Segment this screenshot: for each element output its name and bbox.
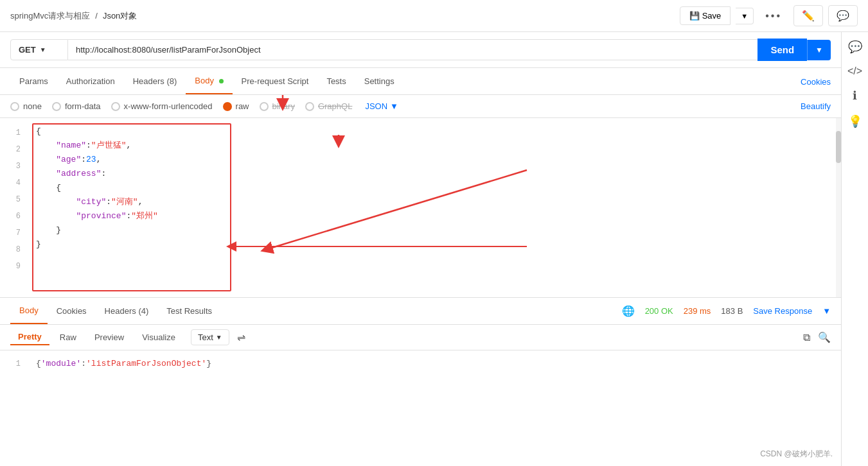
fmt-raw[interactable]: Raw	[52, 330, 84, 345]
breadcrumb-separator: /	[95, 11, 98, 21]
resp-body-content: {'module':'listParamForJsonObject'}	[26, 357, 222, 371]
tab-body[interactable]: Body	[186, 68, 232, 94]
resp-tab-body[interactable]: Body	[10, 298, 48, 324]
copy-button[interactable]: ⧉	[803, 331, 810, 343]
status-ok: 200 OK	[645, 306, 673, 316]
watermark: CSDN @破烤小肥羊.	[760, 449, 833, 460]
cookies-link[interactable]: Cookies	[801, 77, 831, 87]
tab-pre-request[interactable]: Pre-request Script	[233, 69, 318, 94]
resp-tab-test-results[interactable]: Test Results	[157, 298, 221, 324]
response-format-row: Pretty Raw Preview Visualize Text ▼ ⇌ ⧉ …	[0, 325, 841, 350]
editor-scrollbar-thumb	[836, 131, 841, 163]
save-button[interactable]: 💾 Save	[680, 6, 731, 25]
resp-tab-cookies[interactable]: Cookies	[48, 298, 96, 324]
breadcrumb: springMvc请求与相应 / Json对象	[10, 10, 137, 22]
sidebar-comment-icon[interactable]: 💬	[848, 40, 862, 54]
sidebar-code-icon[interactable]: </>	[847, 65, 862, 77]
code-content[interactable]: { "name":"卢世猛", "age":23, "address": { "…	[26, 118, 836, 297]
breadcrumb-current: Json对象	[103, 10, 137, 22]
send-button[interactable]: Send	[757, 39, 807, 61]
method-select[interactable]: GET ▼	[10, 39, 68, 60]
tab-headers[interactable]: Headers (8)	[124, 69, 186, 94]
save-dropdown-button[interactable]: ▼	[736, 8, 754, 24]
response-time: 239 ms	[684, 306, 711, 316]
search-button[interactable]: 🔍	[818, 331, 831, 343]
method-chevron: ▼	[40, 46, 46, 53]
more-button[interactable]: •••	[759, 6, 788, 26]
resp-tab-headers[interactable]: Headers (4)	[96, 298, 158, 324]
editor-scrollbar[interactable]	[836, 118, 841, 297]
send-dropdown-button[interactable]: ▼	[807, 40, 831, 60]
breadcrumb-parent[interactable]: springMvc请求与相应	[10, 10, 90, 22]
response-status-bar: 🌐 200 OK 239 ms 183 B Save Response ▼	[622, 305, 831, 317]
response-action-icons: ⧉ 🔍	[803, 331, 831, 343]
radio-form-data[interactable]: form-data	[52, 101, 101, 111]
globe-icon: 🌐	[622, 305, 635, 317]
text-select[interactable]: Text ▼	[191, 329, 229, 345]
body-type-row: none form-data x-www-form-urlencoded raw…	[0, 95, 841, 118]
sidebar-info-icon[interactable]: ℹ	[853, 89, 857, 103]
response-tabs: Body Cookies Headers (4) Test Results 🌐 …	[0, 298, 841, 325]
code-editor: 1 2 3 4 5 6 7 8 9 { "name":"卢世猛", "age":…	[0, 118, 841, 298]
url-bar: GET ▼ Send ▼	[0, 32, 841, 68]
beautify-button[interactable]: Beautify	[801, 101, 831, 111]
radio-raw[interactable]: raw	[223, 101, 249, 111]
code-line-5: {	[36, 181, 826, 195]
response-section: Body Cookies Headers (4) Test Results 🌐 …	[0, 298, 841, 466]
wrap-button[interactable]: ⇌	[232, 329, 251, 346]
code-line-3: "age":23,	[36, 153, 826, 167]
code-line-2: "name":"卢世猛",	[36, 139, 826, 153]
tab-tests[interactable]: Tests	[317, 69, 355, 94]
response-size: 183 B	[721, 306, 743, 316]
save-icon: 💾	[689, 11, 700, 21]
save-response-button[interactable]: Save Response	[753, 306, 812, 316]
code-line-8: }	[36, 223, 826, 237]
code-line-4: "address":	[36, 167, 826, 181]
save-response-dropdown[interactable]: ▼	[822, 306, 831, 316]
tab-authorization[interactable]: Authorization	[57, 69, 124, 94]
code-line-7: "province":"郑州"	[36, 209, 826, 223]
json-select[interactable]: JSON ▼	[365, 101, 398, 111]
code-line-6: "city":"河南",	[36, 195, 826, 209]
code-line-1: {	[36, 125, 826, 139]
comment-button[interactable]: 💬	[828, 5, 858, 26]
code-line-9: }	[36, 237, 826, 252]
line-numbers: 1 2 3 4 5 6 7 8 9	[0, 118, 26, 297]
response-body: 1 {'module':'listParamForJsonObject'}	[0, 350, 841, 377]
radio-graphql[interactable]: GraphQL	[305, 101, 352, 111]
fmt-visualize[interactable]: Visualize	[134, 330, 183, 345]
right-sidebar: 💬 </> ℹ 💡	[841, 32, 868, 466]
resp-line-numbers: 1	[0, 357, 26, 371]
radio-binary[interactable]: binary	[260, 101, 295, 111]
tab-params[interactable]: Params	[10, 69, 57, 94]
text-select-chevron: ▼	[216, 334, 222, 341]
request-tabs: Params Authorization Headers (8) Body Pr…	[0, 68, 841, 95]
json-dropdown-icon: ▼	[390, 101, 398, 111]
tab-settings[interactable]: Settings	[355, 69, 403, 94]
sidebar-lightbulb-icon[interactable]: 💡	[848, 114, 862, 128]
radio-urlencoded[interactable]: x-www-form-urlencoded	[111, 101, 213, 111]
edit-button[interactable]: ✏️	[793, 5, 823, 26]
fmt-preview[interactable]: Preview	[87, 330, 132, 345]
fmt-pretty[interactable]: Pretty	[10, 329, 49, 345]
radio-none[interactable]: none	[10, 101, 42, 111]
url-input[interactable]	[68, 39, 757, 60]
body-active-dot	[219, 79, 224, 83]
